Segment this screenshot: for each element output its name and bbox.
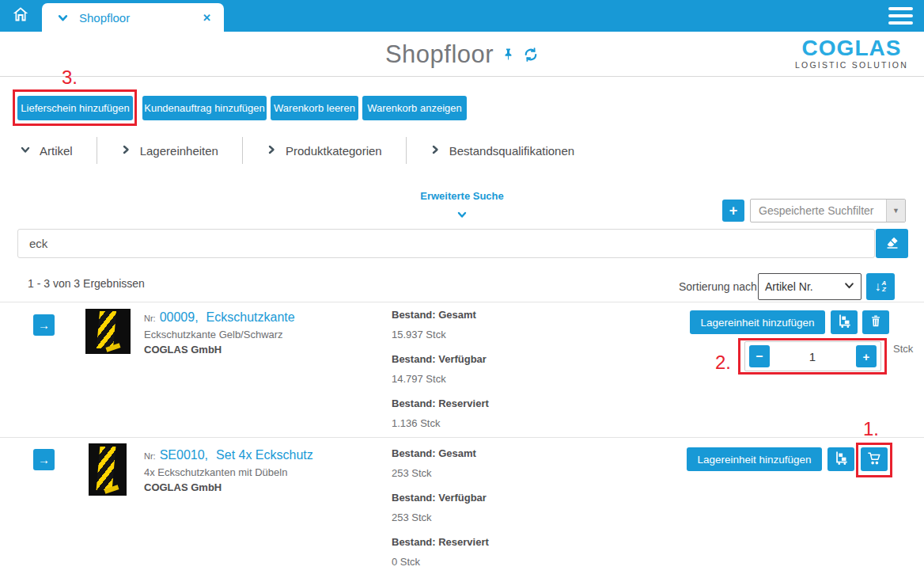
add-storage-unit-button[interactable]: Lagereinheit hinzufügen <box>687 447 822 471</box>
article-image[interactable] <box>89 443 127 496</box>
divider <box>0 437 924 438</box>
trolley-button[interactable] <box>831 310 858 334</box>
tab-bestandsqualifikationen[interactable]: Bestandsqualifikationen <box>427 143 598 158</box>
show-cart-button[interactable]: Warenkorb anzeigen <box>362 96 467 120</box>
add-delivery-note-button[interactable]: Lieferschein hinzufügen <box>17 96 133 120</box>
chevron-right-icon <box>121 143 131 158</box>
coglas-logo: COGLAS LOGISTIC SOLUTION <box>795 36 908 70</box>
trolley-button[interactable] <box>827 447 854 471</box>
article-info: Nr: SE0010, Set 4x Eckschutz 4x Eckschut… <box>144 448 313 493</box>
sort-label: Sortierung nach <box>679 280 757 293</box>
chevron-right-icon <box>430 143 440 158</box>
clear-cart-button[interactable]: Warenkorb leeren <box>271 96 358 120</box>
home-button[interactable] <box>0 0 41 32</box>
menu-icon[interactable] <box>888 7 913 25</box>
plus-icon: + <box>863 350 870 363</box>
stock-label: Bestand: Reserviert <box>392 397 534 409</box>
logo-text: COGLAS <box>795 36 908 60</box>
page-header: Shopfloor COGLAS LOGISTIC SOLUTION <box>0 32 924 77</box>
stock-value: 0 Stck <box>392 556 534 568</box>
divider <box>242 137 243 164</box>
chevron-down-icon <box>844 279 854 294</box>
clear-search-button[interactable] <box>876 229 908 258</box>
unit-label: Stck <box>893 343 913 355</box>
tab-artikel[interactable]: Artikel <box>17 143 97 158</box>
article-description: 4x Eckschutzkanten mit Dübeln <box>144 466 313 478</box>
remove-from-cart-button[interactable] <box>862 310 889 334</box>
article-description: Eckschutzkante Gelb/Schwarz <box>144 329 295 340</box>
sort-value: Artikel Nr. <box>765 280 844 293</box>
minus-icon: – <box>756 349 763 363</box>
article-number-link[interactable]: 00009, <box>160 310 199 325</box>
stock-value: 253 Stck <box>392 467 534 479</box>
page-title: Shopfloor <box>385 40 494 69</box>
article-company: COGLAS GmbH <box>144 481 313 493</box>
article-name-link[interactable]: Set 4x Eckschutz <box>216 448 313 462</box>
divider <box>0 302 924 302</box>
tab-close-icon[interactable]: ✕ <box>199 10 214 25</box>
stock-label: Bestand: Verfügbar <box>392 353 534 365</box>
dropdown-caret-icon[interactable]: ▼ <box>886 200 905 222</box>
article-number-link[interactable]: SE0010, <box>160 448 208 462</box>
shopfloor-page: Shopfloor ✕ Shopfloor COGLAS LOGISTIC SO… <box>0 0 924 578</box>
stock-label: Bestand: Gesamt <box>392 309 534 321</box>
stock-value: 14.797 Stck <box>392 373 534 385</box>
sort-direction-button[interactable]: ↓AZ <box>866 273 895 300</box>
add-filter-button[interactable]: + <box>722 200 744 222</box>
stock-value: 253 Stck <box>392 511 534 523</box>
saved-filter-select[interactable]: Gespeicherte Suchfilter ▼ <box>750 199 906 222</box>
trolley-icon <box>837 314 852 331</box>
search-input[interactable] <box>17 229 875 258</box>
article-image[interactable] <box>85 309 131 354</box>
add-storage-unit-button[interactable]: Lagereinheit hinzufügen <box>690 310 825 334</box>
home-icon <box>11 5 30 27</box>
article-name-link[interactable]: Eckschutzkante <box>206 310 295 325</box>
divider <box>97 137 97 164</box>
add-to-cart-button[interactable] <box>861 447 888 471</box>
logo-subtitle: LOGISTIC SOLUTION <box>795 60 908 70</box>
add-customer-order-button[interactable]: Kundenauftrag hinzufügen <box>142 96 267 120</box>
annotation-label-3: 3. <box>62 67 78 89</box>
stock-label: Bestand: Gesamt <box>392 447 534 459</box>
chevron-down-icon <box>21 143 30 158</box>
annotation-label-1: 1. <box>863 418 879 440</box>
tab-shopfloor[interactable]: Shopfloor ✕ <box>42 3 224 32</box>
arrow-right-icon: → <box>38 318 50 332</box>
stock-info: Bestand: Gesamt 253 Stck Bestand: Verfüg… <box>392 447 534 578</box>
nr-label: Nr: <box>144 451 156 461</box>
top-bar: Shopfloor ✕ <box>0 0 924 32</box>
stock-value: 1.136 Stck <box>392 417 534 429</box>
tab-label: Shopfloor <box>79 11 130 25</box>
quantity-input[interactable] <box>771 344 854 368</box>
eraser-icon <box>884 234 900 253</box>
stock-label: Bestand: Reserviert <box>392 536 534 548</box>
plus-icon: + <box>729 203 738 219</box>
tab-chevron-down-icon[interactable] <box>58 13 68 23</box>
divider <box>406 137 407 164</box>
tab-lagereinheiten[interactable]: Lagereinheiten <box>118 143 242 158</box>
saved-filter-placeholder: Gespeicherte Suchfilter <box>751 204 886 217</box>
refresh-icon[interactable] <box>523 47 539 63</box>
article-company: COGLAS GmbH <box>144 344 295 356</box>
nr-label: Nr: <box>144 314 156 323</box>
open-article-button[interactable]: → <box>33 449 55 470</box>
arrow-right-icon: → <box>38 453 50 466</box>
sort-select[interactable]: Artikel Nr. <box>758 273 862 300</box>
results-count: 1 - 3 von 3 Ergebnissen <box>28 277 145 290</box>
quantity-decrease-button[interactable]: – <box>749 345 770 367</box>
stock-label: Bestand: Verfügbar <box>392 492 534 504</box>
pin-icon[interactable] <box>502 48 515 61</box>
article-info: Nr: 00009, Eckschutzkante Eckschutzkante… <box>144 310 295 356</box>
tab-produktkategorien[interactable]: Produktkategorien <box>263 143 406 158</box>
trolley-icon <box>834 451 849 468</box>
cart-icon <box>867 451 881 468</box>
stock-value: 15.937 Stck <box>392 329 534 340</box>
annotation-label-2: 2. <box>715 352 731 374</box>
trash-icon <box>869 314 882 330</box>
stock-info: Bestand: Gesamt 15.937 Stck Bestand: Ver… <box>392 309 534 442</box>
quantity-increase-button[interactable]: + <box>856 345 877 367</box>
section-tabs: Artikel Lagereinheiten Produktkategorien… <box>17 137 598 164</box>
chevron-right-icon <box>267 143 276 158</box>
sort-az-icon: ↓AZ <box>875 280 887 293</box>
open-article-button[interactable]: → <box>33 314 55 336</box>
